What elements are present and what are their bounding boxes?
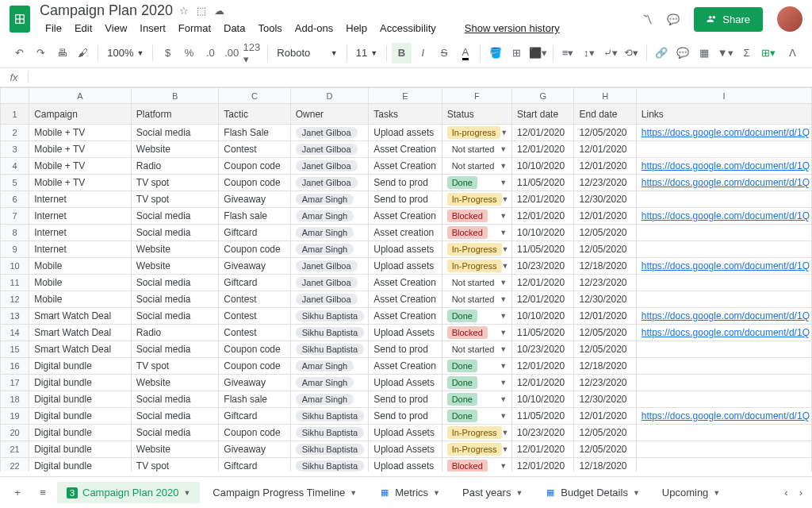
cell-tactic[interactable]: Giveaway (219, 258, 290, 275)
cell-tactic[interactable]: Flash sale (219, 391, 290, 408)
header-cell[interactable]: End date (574, 104, 636, 125)
cell-platform[interactable]: Website (131, 141, 219, 158)
cell-tasks[interactable]: Asset Creation (369, 158, 442, 175)
cell-platform[interactable]: Social media (131, 291, 219, 308)
cell-end[interactable]: 12/05/2020 (574, 225, 636, 241)
row-number[interactable]: 20 (1, 425, 29, 441)
cell-campaign[interactable]: Internet (29, 191, 132, 208)
row-number[interactable]: 8 (1, 225, 29, 241)
header-cell[interactable]: Owner (290, 104, 368, 125)
chevron-down-icon[interactable]: ▼ (350, 489, 357, 497)
cell-campaign[interactable]: Mobile + TV (29, 158, 132, 175)
link-text[interactable]: https://docs.google.com/document/d/1Q (642, 160, 810, 171)
cell-tactic[interactable]: Coupon code (219, 241, 290, 258)
cell-end[interactable]: 12/01/2020 (574, 141, 636, 158)
cell-link[interactable]: https://docs.google.com/document/d/1Q (636, 175, 811, 191)
row-number[interactable]: 16 (1, 358, 29, 375)
sheet-tab[interactable]: 3Campaign Plan 2020▼ (57, 482, 200, 503)
cell-end[interactable]: 12/05/2020 (574, 125, 636, 141)
column-header[interactable]: A (29, 88, 132, 104)
filter-button[interactable]: ▼▾ (715, 43, 735, 64)
cell-tactic[interactable]: Giftcard (219, 408, 290, 425)
cell-tasks[interactable]: Upload Assets (369, 375, 442, 391)
cell-owner[interactable]: Janet Gilboa (290, 158, 368, 175)
increase-decimal-button[interactable]: .00 (222, 43, 242, 64)
chevron-down-icon[interactable]: ▼ (502, 245, 509, 253)
row-number[interactable]: 17 (1, 375, 29, 391)
chevron-down-icon[interactable]: ▼ (500, 229, 507, 237)
cell-tactic[interactable]: Giftcard (219, 275, 290, 291)
cell-end[interactable]: 12/01/2020 (574, 408, 636, 425)
sheet-tab[interactable]: ▦Budget Details▼ (535, 482, 649, 503)
tab-scroll-left-button[interactable]: ‹ (781, 483, 791, 502)
cell-tactic[interactable]: Giveaway (219, 375, 290, 391)
cell-link[interactable] (636, 391, 811, 408)
row-number[interactable]: 6 (1, 191, 29, 208)
header-cell[interactable]: Status (442, 104, 511, 125)
cell-end[interactable]: 12/18/2020 (574, 458, 636, 472)
cell-tasks[interactable]: Send to prod (369, 341, 442, 358)
cell-platform[interactable]: Website (131, 258, 219, 275)
cell-start[interactable]: 12/01/2020 (512, 275, 574, 291)
cell-start[interactable]: 11/05/2020 (512, 408, 574, 425)
cell-end[interactable]: 12/05/2020 (574, 241, 636, 258)
chevron-down-icon[interactable]: ▼ (500, 379, 507, 387)
all-sheets-button[interactable]: ≡ (32, 482, 54, 504)
cell-owner[interactable]: Amar Singh (290, 208, 368, 225)
cell-start[interactable]: 12/01/2020 (512, 375, 574, 391)
cell-owner[interactable]: Amar Singh (290, 391, 368, 408)
cell-tactic[interactable]: Coupon code (219, 175, 290, 191)
row-number[interactable]: 22 (1, 458, 29, 472)
chevron-down-icon[interactable]: ▼ (502, 262, 509, 270)
cell-status[interactable]: Done▼ (442, 308, 511, 325)
cell-platform[interactable]: Social media (131, 425, 219, 441)
cell-status[interactable]: Blocked▼ (442, 458, 511, 472)
header-cell[interactable]: Links (636, 104, 811, 125)
cell-tactic[interactable]: Giveaway (219, 191, 290, 208)
print-button[interactable]: 🖶 (52, 43, 72, 64)
cell-status[interactable]: Not started▼ (442, 158, 511, 175)
cell-tactic[interactable]: Flash Sale (219, 125, 290, 141)
link-text[interactable]: https://docs.google.com/document/d/1Q (642, 260, 810, 271)
halign-button[interactable]: ≡▾ (558, 43, 578, 64)
cell-end[interactable]: 12/18/2020 (574, 258, 636, 275)
cell-owner[interactable]: Amar Singh (290, 191, 368, 208)
cell-campaign[interactable]: Digital bundle (29, 441, 132, 458)
chevron-down-icon[interactable]: ▼ (502, 445, 509, 453)
version-history-link[interactable]: Show version history (459, 21, 565, 36)
chevron-down-icon[interactable]: ▼ (500, 412, 507, 420)
header-cell[interactable]: Tactic (219, 104, 290, 125)
cell-campaign[interactable]: Internet (29, 225, 132, 241)
cell-tactic[interactable]: Giftcard (219, 225, 290, 241)
cell-status[interactable]: Blocked▼ (442, 225, 511, 241)
chart-button[interactable]: ▦ (694, 43, 714, 64)
cell-start[interactable]: 10/10/2020 (512, 391, 574, 408)
cell-tasks[interactable]: Send to prod (369, 191, 442, 208)
formula-input[interactable] (29, 68, 812, 87)
chevron-down-icon[interactable]: ▼ (502, 429, 509, 437)
header-cell[interactable]: Tasks (369, 104, 442, 125)
cell-end[interactable]: 12/01/2020 (574, 308, 636, 325)
cell-tasks[interactable]: Upload assets (369, 125, 442, 141)
cell-owner[interactable]: Janet Gilboa (290, 141, 368, 158)
chevron-down-icon[interactable]: ▼ (183, 489, 190, 497)
more-formats-button[interactable]: 123 ▾ (243, 43, 263, 64)
menu-add-ons[interactable]: Add-ons (289, 21, 339, 36)
cell-owner[interactable]: Janet Gilboa (290, 291, 368, 308)
link-text[interactable]: https://docs.google.com/document/d/1Q (642, 327, 810, 338)
header-cell[interactable]: Start date (512, 104, 574, 125)
cell-tasks[interactable]: Asset Creation (369, 141, 442, 158)
sheet-tab[interactable]: Upcoming▼ (653, 482, 730, 503)
comment-button[interactable]: 💬 (673, 43, 693, 64)
cell-end[interactable]: 12/01/2020 (574, 158, 636, 175)
cell-campaign[interactable]: Digital bundle (29, 391, 132, 408)
cell-start[interactable]: 12/01/2020 (512, 125, 574, 141)
user-avatar[interactable] (777, 6, 802, 32)
cell-status[interactable]: In-Progress▼ (442, 441, 511, 458)
cell-status[interactable]: In-Progress▼ (442, 425, 511, 441)
cell-end[interactable]: 12/05/2020 (574, 341, 636, 358)
header-cell[interactable]: Campaign (29, 104, 132, 125)
row-number[interactable]: 13 (1, 308, 29, 325)
cell-status[interactable]: In-Progress▼ (442, 258, 511, 275)
font-size-select[interactable]: 11 ▼ (352, 44, 381, 61)
